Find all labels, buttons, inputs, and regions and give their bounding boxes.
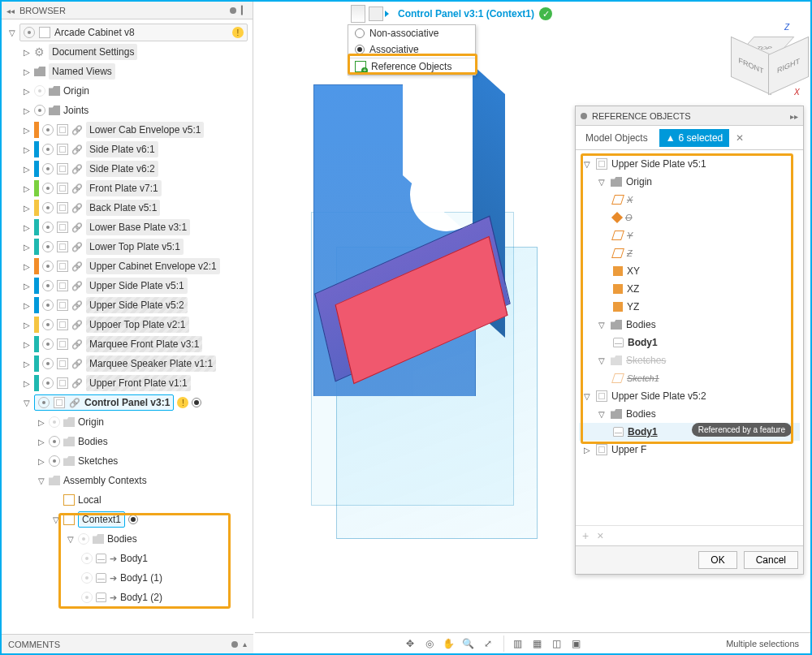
visibility-icon[interactable]	[42, 163, 54, 175]
tree-component[interactable]: Upper Side Plate v5:2	[5, 295, 253, 315]
cancel-button[interactable]: Cancel	[744, 551, 798, 569]
expand-icon[interactable]	[23, 262, 31, 271]
expand-icon[interactable]	[37, 437, 45, 446]
zoom-button[interactable]: 🔍	[460, 636, 477, 652]
close-tab-icon[interactable]: ✕	[736, 132, 744, 144]
tree-component[interactable]: Upper Front Plate v1:1	[5, 373, 253, 393]
ref-item[interactable]: Bodies	[579, 316, 800, 334]
pan-button[interactable]: ✋	[440, 636, 458, 652]
expand-icon[interactable]	[23, 48, 31, 57]
ref-origin[interactable]: O	[579, 209, 800, 226]
tree-component[interactable]: Uppoer Top Plate v2:1	[5, 315, 253, 334]
expand-icon[interactable]	[598, 321, 607, 330]
visibility-icon[interactable]	[34, 85, 45, 97]
expand-icon[interactable]	[598, 178, 607, 187]
visibility-icon[interactable]	[42, 124, 54, 136]
visibility-icon[interactable]	[42, 144, 54, 155]
visibility-icon[interactable]	[78, 533, 89, 545]
edit-in-place-icon[interactable]	[369, 6, 383, 21]
tree-component[interactable]: Marquee Front Plate v3:1	[5, 334, 253, 354]
visibility-icon[interactable]	[38, 397, 50, 408]
tree-item[interactable]: Bodies	[5, 432, 253, 451]
visibility-icon[interactable]	[34, 105, 45, 116]
visibility-icon[interactable]	[49, 455, 60, 467]
expand-icon[interactable]	[23, 223, 31, 232]
tree-component[interactable]: Marquee Speaker Plate v1:1	[5, 354, 253, 373]
tree-item-active[interactable]: Control Panel v3:1 !	[5, 393, 253, 412]
visibility-icon[interactable]	[42, 202, 54, 213]
add-icon[interactable]: +	[582, 529, 589, 542]
warning-icon[interactable]: !	[177, 397, 188, 408]
expand-icon[interactable]	[598, 356, 607, 365]
expand-icon[interactable]	[23, 379, 31, 388]
panel-pin-icon[interactable]: ▎	[241, 6, 248, 15]
panel-menu-icon[interactable]	[231, 641, 238, 648]
radio-icon[interactable]	[355, 45, 365, 54]
tree-component[interactable]: Back Plate v5:1	[5, 198, 253, 218]
tree-root[interactable]: Arcade Cabinet v8 !	[5, 23, 253, 42]
expand-icon[interactable]	[23, 106, 31, 115]
tree-component[interactable]: Upper Cabinet Envelope v2:1	[5, 256, 253, 276]
ref-plane[interactable]: YZ	[579, 298, 800, 316]
visibility-icon[interactable]	[49, 416, 60, 428]
expand-icon[interactable]	[23, 184, 31, 193]
visibility-icon[interactable]	[42, 299, 54, 311]
expand-icon[interactable]	[584, 446, 592, 455]
tree-item[interactable]: Bodies	[5, 529, 253, 549]
expand-icon[interactable]	[37, 418, 45, 427]
tree-item[interactable]: Local	[5, 490, 253, 510]
tree-component[interactable]: Lower Top Plate v5:1	[5, 237, 253, 256]
viewports-button[interactable]: ▣	[568, 636, 585, 652]
expand-icon[interactable]: ▴	[243, 640, 247, 649]
tree-component[interactable]: Upper Side Plate v5:1	[5, 276, 253, 295]
visibility-icon[interactable]	[42, 241, 54, 252]
collapse-icon[interactable]	[6, 6, 15, 15]
visibility-icon[interactable]	[42, 222, 54, 233]
display-style-button[interactable]: ▥	[509, 636, 527, 652]
reference-tree[interactable]: Upper Side Plate v5:1 Origin X O Y Z XY …	[576, 150, 803, 525]
tree-item-context1[interactable]: Context1	[5, 510, 253, 529]
reference-panel-header[interactable]: REFERENCE OBJECTS	[576, 106, 803, 126]
tree-component[interactable]: Side Plate v6:1	[5, 140, 253, 159]
ref-item[interactable]: Upper Side Plate v5:2	[579, 387, 800, 405]
tree-item[interactable]: Body1 (1)	[5, 568, 253, 588]
visibility-icon[interactable]	[42, 377, 54, 389]
ref-item[interactable]: Upper Side Plate v5:1	[579, 155, 800, 173]
expand-icon[interactable]	[23, 87, 31, 96]
expand-icon[interactable]	[37, 457, 45, 466]
tree-item[interactable]: Origin	[5, 412, 253, 432]
orbit-button[interactable]: ✥	[401, 636, 419, 652]
expand-icon[interactable]	[23, 321, 31, 330]
tree-component[interactable]: Lower Base Plate v3:1	[5, 218, 253, 237]
tab-selected[interactable]: ▲ 6 selected	[659, 129, 730, 147]
activate-radio-icon[interactable]	[192, 398, 201, 407]
expand-icon[interactable]	[23, 204, 31, 213]
panel-menu-icon[interactable]	[581, 113, 587, 119]
comments-panel-header[interactable]: COMMENTS ▴	[2, 634, 253, 653]
tree-item[interactable]: Sketches	[5, 451, 253, 471]
tree-item[interactable]: Joints	[5, 101, 253, 120]
expand-icon[interactable]	[23, 67, 31, 76]
visibility-icon[interactable]	[81, 553, 93, 564]
expand-icon[interactable]	[584, 392, 592, 401]
tree-component[interactable]: Lower Cab Envelope v5:1	[5, 120, 253, 140]
visibility-icon[interactable]	[42, 338, 54, 350]
ref-sketch[interactable]: Sketch1	[579, 369, 800, 387]
ref-body[interactable]: Body1	[579, 334, 800, 351]
browser-tree[interactable]: Arcade Cabinet v8 ! Document Settings Na…	[2, 19, 253, 618]
visibility-icon[interactable]	[42, 280, 54, 291]
expand-icon[interactable]	[37, 476, 45, 485]
snap-button[interactable]: ◫	[548, 636, 566, 652]
activate-radio-icon[interactable]	[128, 515, 138, 524]
tree-item[interactable]: Document Settings	[5, 42, 253, 62]
visibility-icon[interactable]	[42, 183, 54, 194]
pin-icon[interactable]	[790, 111, 798, 121]
grid-button[interactable]: ▦	[529, 636, 546, 652]
visibility-icon[interactable]	[42, 261, 54, 272]
tree-item[interactable]: Assembly Contexts	[5, 471, 253, 490]
ok-check-icon[interactable]: ✓	[539, 7, 552, 20]
ref-plane[interactable]: XZ	[579, 280, 800, 298]
expand-icon[interactable]	[8, 28, 16, 37]
expand-icon[interactable]	[23, 399, 31, 407]
ref-axis[interactable]: Y	[579, 226, 800, 244]
